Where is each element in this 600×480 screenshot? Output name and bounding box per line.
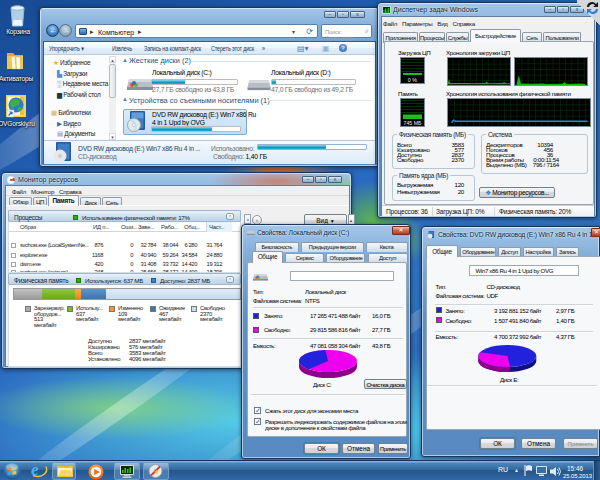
- svg-text:0 %: 0 %: [408, 77, 417, 83]
- svg-text:745 МБ: 745 МБ: [404, 120, 422, 126]
